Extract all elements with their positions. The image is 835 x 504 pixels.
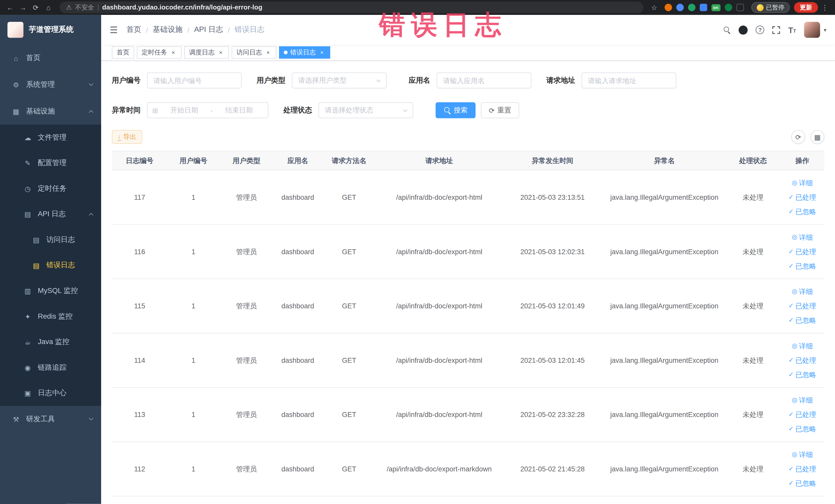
sidebar-submenu-infrastructure: ☁ 文件管理 ✎ 配置管理 ◷ 定时任务 ▤ API 日志 ▤ <box>0 124 101 406</box>
sidebar-item-config-management[interactable]: ✎ 配置管理 <box>0 150 101 176</box>
sidebar-item-java-monitor[interactable]: ☕ Java 监控 <box>0 329 101 355</box>
action-detail-link[interactable]: ◎详细 <box>782 284 822 299</box>
check-icon: ✓ <box>788 462 794 476</box>
cell-exception-time: 2021-05-03 12:01:45 <box>502 333 603 388</box>
action-detail-link[interactable]: ◎详细 <box>782 339 822 353</box>
action-detail-link[interactable]: ◎详细 <box>782 393 822 407</box>
reload-icon[interactable]: ⟳ <box>30 2 42 13</box>
hamburger-icon[interactable]: ☰ <box>109 24 118 36</box>
browser-home-icon[interactable]: ⌂ <box>43 2 55 13</box>
action-ignored-link[interactable]: ✓已忽略 <box>782 313 822 328</box>
tab-label: 首页 <box>117 48 129 57</box>
range-separator: - <box>210 106 213 114</box>
update-button[interactable]: 更新 <box>794 2 818 13</box>
help-icon[interactable]: ? <box>756 26 764 34</box>
breadcrumb-separator: / <box>146 26 148 34</box>
sidebar-item-redis-monitor[interactable]: ✦ Redis 监控 <box>0 304 101 329</box>
breadcrumb-item[interactable]: 基础设施 <box>153 25 183 35</box>
font-size-icon[interactable]: TT <box>788 26 796 34</box>
sidebar-item-log-center[interactable]: ▣ 日志中心 <box>0 380 101 406</box>
sidebar-item-mysql-monitor[interactable]: ▥ MySQL 监控 <box>0 278 101 304</box>
refresh-button[interactable]: ⟳ <box>791 130 805 144</box>
sidebar-item-scheduled-jobs[interactable]: ◷ 定时任务 <box>0 176 101 202</box>
extension-icon[interactable] <box>688 4 695 11</box>
user-avatar[interactable] <box>804 22 820 38</box>
action-ignored-link[interactable]: ✓已忽略 <box>782 422 822 436</box>
action-ignored-link[interactable]: ✓已忽略 <box>782 367 822 382</box>
action-ignored-link[interactable]: ✓已忽略 <box>782 476 822 491</box>
logo-avatar <box>7 22 23 38</box>
action-detail-link[interactable]: ◎详细 <box>782 447 822 462</box>
app-name-input[interactable] <box>436 73 531 88</box>
filter-label: 处理状态 <box>283 105 312 115</box>
user-id-input[interactable] <box>147 73 242 88</box>
extension-icon[interactable] <box>664 4 672 11</box>
search-button[interactable]: 搜索 <box>435 102 476 118</box>
sidebar-item-error-log[interactable]: ▤ 错误日志 <box>0 253 101 278</box>
app-logo[interactable]: 芋道管理系统 <box>0 15 101 45</box>
action-processed-link[interactable]: ✓已处理 <box>782 407 822 422</box>
back-icon[interactable]: ← <box>4 2 16 13</box>
export-button[interactable]: ↓ 导出 <box>112 130 142 144</box>
extension-icon[interactable] <box>736 4 744 11</box>
screen: ← → ⟳ ⌂ ⚠ 不安全 | dashboard.yudao.iocoder.… <box>0 0 835 504</box>
fullscreen-icon[interactable] <box>772 26 780 34</box>
eye-icon: ◎ <box>792 339 797 353</box>
extension-badge[interactable]: on <box>711 4 720 11</box>
cell-actions: ◎详细 ✓已处理 ✓已忽略 <box>780 387 824 442</box>
url-text[interactable]: dashboard.yudao.iocoder.cn/infra/log/api… <box>102 4 262 11</box>
sidebar-item-file-management[interactable]: ☁ 文件管理 <box>0 124 101 150</box>
github-icon[interactable] <box>739 25 748 35</box>
close-icon[interactable]: × <box>265 49 271 56</box>
extension-icon[interactable] <box>676 4 684 11</box>
paused-badge[interactable]: 已暂停 <box>751 2 790 13</box>
action-processed-link[interactable]: ✓已处理 <box>782 190 822 205</box>
sidebar-item-api-log[interactable]: ▤ API 日志 <box>0 201 101 227</box>
column-settings-button[interactable]: ▦ <box>811 130 824 144</box>
sidebar-item-home[interactable]: ⌂ 首页 <box>0 45 101 72</box>
tab-access-log[interactable]: 访问日志 × <box>231 46 276 59</box>
action-ignored-link[interactable]: ✓已忽略 <box>782 205 822 219</box>
action-processed-link[interactable]: ✓已处理 <box>782 244 822 259</box>
close-icon[interactable]: × <box>319 49 325 56</box>
forward-icon[interactable]: → <box>17 2 29 13</box>
filter-row-1: 用户编号 用户类型 请选择用户类型 应用名 <box>112 73 824 88</box>
process-status-select[interactable]: 请选择处理状态 <box>319 102 413 118</box>
action-processed-link[interactable]: ✓已处理 <box>782 299 822 313</box>
action-detail-link[interactable]: ◎详细 <box>782 230 822 244</box>
grid-icon: ▦ <box>12 107 20 115</box>
bookmark-star-icon[interactable]: ☆ <box>648 2 660 13</box>
search-icon[interactable] <box>724 26 731 34</box>
user-type-select[interactable]: 请选择用户类型 <box>292 73 387 88</box>
address-bar[interactable]: ⚠ 不安全 | dashboard.yudao.iocoder.cn/infra… <box>60 2 643 13</box>
action-ignored-link[interactable]: ✓已忽略 <box>782 259 822 273</box>
browser-menu-dots-icon[interactable]: ⋮ <box>819 2 831 13</box>
sidebar-item-system-management[interactable]: ⚙ 系统管理 <box>0 72 101 98</box>
date-range-picker[interactable]: ⊞ 开始日期 - 结束日期 <box>147 102 268 118</box>
breadcrumb-item[interactable]: 首页 <box>126 25 141 35</box>
action-detail-link[interactable]: ◎详细 <box>782 176 822 190</box>
navbar-actions: ? TT ▾ <box>724 22 827 38</box>
tab-error-log[interactable]: 错误日志 × <box>279 46 330 59</box>
check-icon: ✓ <box>788 299 794 313</box>
sidebar-item-infrastructure[interactable]: ▦ 基础设施 <box>0 98 101 125</box>
extension-icon[interactable] <box>725 4 732 11</box>
request-url-input[interactable] <box>582 73 676 88</box>
tab-scheduled-jobs[interactable]: 定时任务 × <box>137 46 182 59</box>
sidebar-item-access-log[interactable]: ▤ 访问日志 <box>0 227 101 253</box>
app-title: 芋道管理系统 <box>29 25 74 35</box>
sidebar-item-dev-tools[interactable]: ⚒ 研发工具 <box>0 406 101 432</box>
security-label[interactable]: 不安全 <box>75 3 94 12</box>
close-icon[interactable]: × <box>217 49 224 56</box>
action-processed-link[interactable]: ✓已处理 <box>782 353 822 367</box>
tab-home[interactable]: 首页 <box>112 46 134 59</box>
sidebar-item-trace[interactable]: ◉ 链路追踪 <box>0 355 101 381</box>
tab-dispatch-log[interactable]: 调度日志 × <box>184 46 229 59</box>
close-icon[interactable]: × <box>170 49 177 56</box>
action-processed-link[interactable]: ✓已处理 <box>782 462 822 476</box>
caret-down-icon[interactable]: ▾ <box>824 27 826 33</box>
cell-app-name: dashboard <box>273 442 322 496</box>
reset-button[interactable]: ⟳ 重置 <box>481 102 519 118</box>
breadcrumb-item[interactable]: API 日志 <box>194 25 223 35</box>
extension-icon[interactable] <box>699 4 707 11</box>
